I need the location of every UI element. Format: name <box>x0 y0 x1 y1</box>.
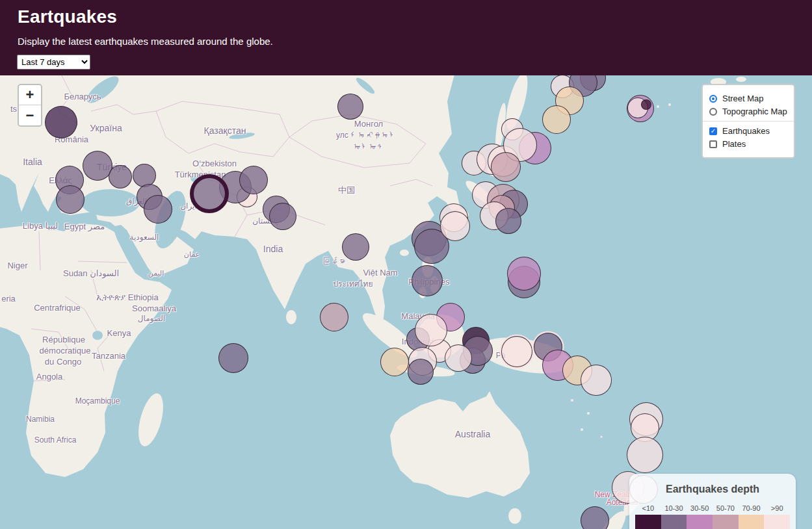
earthquake-marker[interactable] <box>501 336 532 367</box>
earthquake-marker[interactable] <box>412 265 443 296</box>
legend-swatch <box>635 515 661 529</box>
zoom-in-button[interactable]: + <box>19 85 41 105</box>
layers-control-divider <box>703 121 794 122</box>
map[interactable]: БеларусьУкраїнаRomâniaҚазақстанМонголулс… <box>0 75 812 529</box>
earthquake-marker[interactable] <box>269 203 296 230</box>
earthquake-marker[interactable] <box>495 208 521 234</box>
radio-checked-icon[interactable] <box>709 95 717 103</box>
time-range-select[interactable]: Last 7 days <box>17 55 90 70</box>
layer-label[interactable]: Plates <box>722 139 746 149</box>
earthquake-marker[interactable] <box>56 185 85 214</box>
layer-label[interactable]: Earthquakes <box>722 126 770 136</box>
earthquake-marker[interactable] <box>45 106 77 138</box>
legend-label: <10 <box>635 504 661 512</box>
legend-swatch <box>713 515 739 529</box>
earthquake-marker[interactable] <box>342 233 369 261</box>
legend-labels-row: <1010-3030-5050-7070-90>90 <box>635 504 790 512</box>
legend-label: 10-30 <box>661 504 687 512</box>
earthquake-marker[interactable] <box>190 174 229 213</box>
earthquake-marker[interactable] <box>641 99 651 110</box>
depth-legend: Earthquakes depth <1010-3030-5050-7070-9… <box>629 474 796 529</box>
legend-label: >90 <box>764 504 790 512</box>
layers-control: Street MapTopographic Map ✓EarthquakesPl… <box>701 84 795 159</box>
base-layer-topographic-map[interactable]: Topographic Map <box>709 107 787 116</box>
app-header: Eartquakes Display the latest earthquake… <box>0 0 812 75</box>
earthquake-marker[interactable] <box>581 506 609 529</box>
zoom-control: + − <box>18 84 42 127</box>
earthquake-marker[interactable] <box>320 303 348 331</box>
earthquake-marker[interactable] <box>218 343 248 373</box>
earthquake-marker[interactable] <box>380 348 409 376</box>
earthquake-marker[interactable] <box>408 359 434 385</box>
base-layer-street-map[interactable]: Street Map <box>709 94 787 103</box>
zoom-out-button[interactable]: − <box>19 105 41 125</box>
layer-label[interactable]: Street Map <box>722 94 764 103</box>
legend-label: 50-70 <box>713 504 739 512</box>
page-title: Eartquakes <box>18 6 117 27</box>
legend-swatch <box>764 515 790 529</box>
legend-swatch <box>661 515 687 529</box>
legend-label: 30-50 <box>687 504 713 512</box>
earthquake-marker[interactable] <box>542 105 571 134</box>
earthquake-marker[interactable] <box>239 166 268 194</box>
checkbox-checked-icon[interactable]: ✓ <box>709 127 717 135</box>
earthquake-marker[interactable] <box>415 314 447 346</box>
layer-label[interactable]: Topographic Map <box>722 107 787 116</box>
legend-title: Earthquakes depth <box>629 484 796 495</box>
legend-swatch <box>739 515 765 529</box>
earthquake-marker[interactable] <box>440 211 470 241</box>
earthquake-marker[interactable] <box>109 165 132 188</box>
overlay-earthquakes[interactable]: ✓Earthquakes <box>709 126 787 136</box>
overlay-plates[interactable]: Plates <box>709 139 787 149</box>
earthquake-marker[interactable] <box>507 257 541 290</box>
checkbox-unchecked-icon[interactable] <box>709 140 717 148</box>
page-subtitle: Display the latest earthquakes measured … <box>18 36 273 47</box>
legend-swatches-row <box>635 515 790 529</box>
earthquake-marker[interactable] <box>491 152 521 182</box>
radio-unchecked-icon[interactable] <box>709 108 717 116</box>
earthquake-marker[interactable] <box>627 437 663 473</box>
earthquake-marker[interactable] <box>144 195 172 224</box>
earthquake-marker[interactable] <box>445 344 472 372</box>
earthquake-markers-layer <box>0 75 812 529</box>
legend-label: 70-90 <box>739 504 765 512</box>
earthquake-marker[interactable] <box>337 94 363 120</box>
legend-swatch <box>687 515 713 529</box>
earthquake-marker[interactable] <box>581 365 612 396</box>
